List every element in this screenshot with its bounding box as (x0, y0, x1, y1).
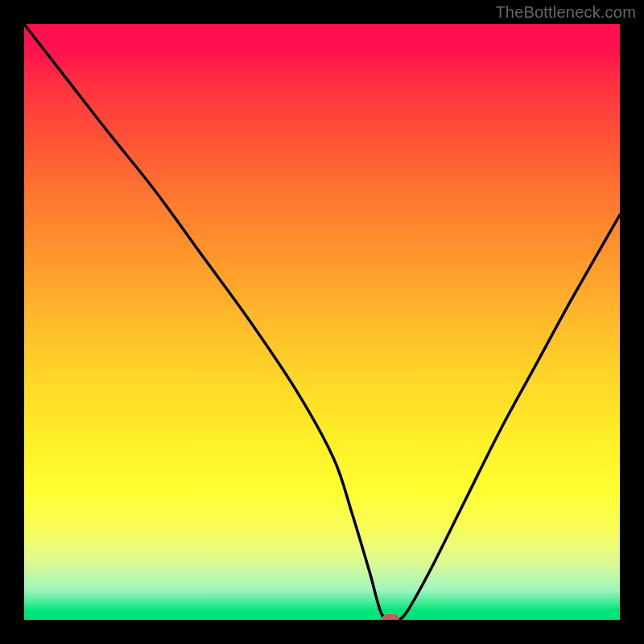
chart-frame: TheBottleneck.com (0, 0, 644, 644)
bottleneck-curve (24, 24, 620, 620)
curve-svg (24, 24, 620, 620)
watermark-text: TheBottleneck.com (495, 3, 636, 22)
min-marker (382, 614, 399, 620)
plot-area (24, 24, 620, 620)
